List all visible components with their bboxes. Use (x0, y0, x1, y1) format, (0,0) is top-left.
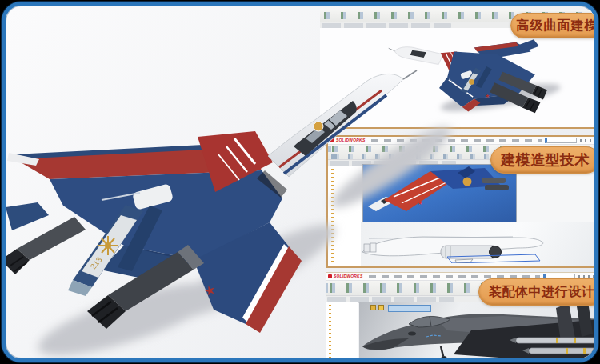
red-star-icon: ★ (485, 93, 490, 98)
red-star-icon: ★ (418, 200, 422, 206)
search-box (545, 138, 577, 143)
viewport-surface: ★ (320, 28, 598, 127)
jet-render-top: ★ (320, 28, 598, 127)
assembly-jet (359, 302, 598, 362)
menu-bar (369, 275, 540, 278)
solidworks-mark-icon (330, 138, 334, 142)
window-controls (580, 139, 598, 142)
reference-photo: ★ (362, 164, 517, 223)
poster: { "badges": { "surface_modeling": "高级曲面建… (0, 0, 600, 364)
menu-bar (371, 139, 542, 142)
red-star-icon: ★ (202, 282, 218, 299)
window-controls (578, 275, 598, 278)
solidworks-mark-icon (328, 274, 332, 278)
poster-frame: ★ SOLIDWORKS (2, 2, 598, 362)
feature-tree (326, 302, 358, 362)
cad-fuselage (361, 222, 598, 263)
solidworks-titlebar: SOLIDWORKS (328, 137, 598, 145)
badge-assembly-design: 装配体中进行设计 (478, 278, 598, 306)
badge-modeling-technique: 建模造型技术 (490, 146, 598, 174)
assembly-view (359, 302, 598, 362)
tail-number: 213 (89, 255, 104, 271)
badge-surface-modeling: 高级曲面建模 (510, 13, 598, 38)
feature-tree (328, 166, 362, 266)
solidworks-wordmark: SOLIDWORKS (336, 138, 365, 142)
photo-jet: ★ (363, 165, 516, 222)
solidworks-wordmark: SOLIDWORKS (334, 274, 362, 278)
cad-work-area (361, 222, 598, 266)
solidworks-logo-icon: SOLIDWORKS (330, 138, 365, 142)
solidworks-logo-icon: SOLIDWORKS (328, 274, 362, 278)
sunburst-emblem-icon (98, 236, 118, 255)
